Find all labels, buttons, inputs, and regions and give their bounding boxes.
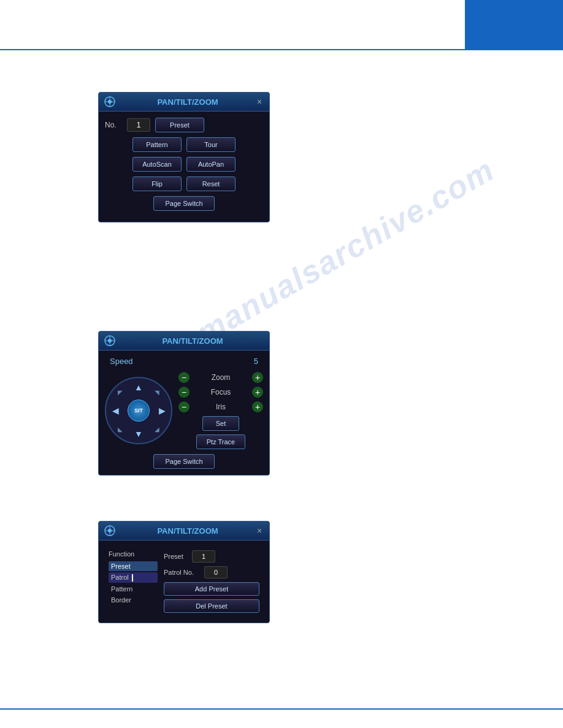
ptz-icon-3 xyxy=(104,525,116,537)
panel2-speed-row: Speed 5 xyxy=(105,357,263,366)
joystick: ▲ ▼ ◀ ▶ ◤ ◥ ◣ ◢ SIT xyxy=(105,377,172,444)
panel1-no-row: No. Preset xyxy=(105,118,263,132)
panel3-content: Function Preset Patrol Pattern Border Pr… xyxy=(104,545,264,618)
zoom-label: Zoom xyxy=(193,373,248,382)
zoom-minus-button[interactable]: − xyxy=(178,372,190,383)
panel3-patrol-input[interactable] xyxy=(204,566,228,578)
panel1-no-label: No. xyxy=(105,121,122,129)
panel2-ptztrace-button[interactable]: Ptz Trace xyxy=(196,434,245,449)
panel3-function-patrol[interactable]: Patrol xyxy=(109,572,158,583)
panel2-pageswitch-button[interactable]: Page Switch xyxy=(153,454,215,469)
svg-point-3 xyxy=(108,339,112,343)
panel1-flip-button[interactable]: Flip xyxy=(132,176,182,191)
ptz-panel-2: PAN/TILT/ZOOM Speed 5 ▲ ▼ ◀ ▶ ◤ xyxy=(98,331,270,476)
panel1-body: No. Preset Pattern Tour AutoScan AutoPan… xyxy=(99,112,269,222)
panel1-pattern-tour-row: Pattern Tour xyxy=(105,137,263,152)
joystick-right-button[interactable]: ▶ xyxy=(155,404,169,417)
svg-point-5 xyxy=(108,529,112,533)
top-separator-line xyxy=(0,49,563,50)
panel1-pageswitch-button[interactable]: Page Switch xyxy=(153,196,215,211)
iris-label: Iris xyxy=(193,403,248,411)
panel1-no-input[interactable] xyxy=(127,118,150,132)
panel2-set-button[interactable]: Set xyxy=(202,416,239,431)
ptz-panel-3: PAN/TILT/ZOOM × Function Preset Patrol P… xyxy=(98,521,270,623)
panel3-add-preset-button[interactable]: Add Preset xyxy=(164,582,259,596)
joystick-center-button[interactable]: SIT xyxy=(128,400,150,422)
panel3-right-area: Preset Patrol No. Add Preset Del Preset xyxy=(158,550,259,613)
panel2-right-controls: − Zoom + − Focus + − Iris + xyxy=(178,372,263,449)
panel1-pattern-button[interactable]: Pattern xyxy=(132,137,182,152)
panel2-speed-label: Speed xyxy=(110,357,133,366)
ptz-icon-1 xyxy=(104,96,116,108)
panel1-pageswitch-row: Page Switch xyxy=(105,196,263,211)
bottom-separator-line xyxy=(0,708,563,710)
panel1-titlebar: PAN/TILT/ZOOM × xyxy=(99,93,269,112)
panel1-tour-button[interactable]: Tour xyxy=(186,137,236,152)
ptz-panel-1: PAN/TILT/ZOOM × No. Preset Pattern Tour … xyxy=(98,92,270,222)
panel3-body: Function Preset Patrol Pattern Border Pr… xyxy=(99,540,269,623)
zoom-plus-button[interactable]: + xyxy=(252,372,263,383)
panel3-function-label: Function xyxy=(109,550,158,558)
top-corner-decoration xyxy=(465,0,563,49)
svg-point-1 xyxy=(108,100,112,104)
joystick-upright-button[interactable]: ◥ xyxy=(150,385,164,399)
focus-control-row: − Focus + xyxy=(178,387,263,398)
panel1-autoscan-button[interactable]: AutoScan xyxy=(132,157,182,172)
joystick-left-button[interactable]: ◀ xyxy=(109,404,122,417)
panel1-autopan-button[interactable]: AutoPan xyxy=(186,157,236,172)
iris-minus-button[interactable]: − xyxy=(178,401,190,412)
focus-label: Focus xyxy=(193,388,248,396)
panel1-close-button[interactable]: × xyxy=(255,97,264,107)
joystick-up-button[interactable]: ▲ xyxy=(132,381,145,394)
panel2-bottom-area: Page Switch xyxy=(105,454,263,469)
panel1-preset-button[interactable]: Preset xyxy=(155,118,204,132)
panel3-patrol-field-row: Patrol No. xyxy=(164,566,259,578)
panel3-function-list: Function Preset Patrol Pattern Border xyxy=(109,550,158,613)
panel2-title: PAN/TILT/ZOOM xyxy=(121,336,264,346)
panel2-speed-value: 5 xyxy=(254,357,258,366)
zoom-control-row: − Zoom + xyxy=(178,372,263,383)
panel3-patrol-label: Patrol No. xyxy=(164,569,201,576)
panel1-reset-button[interactable]: Reset xyxy=(186,176,236,191)
joystick-downleft-button[interactable]: ◣ xyxy=(113,422,127,436)
panel3-function-border[interactable]: Border xyxy=(109,595,158,605)
panel3-function-pattern[interactable]: Pattern xyxy=(109,584,158,594)
panel2-titlebar: PAN/TILT/ZOOM xyxy=(99,332,269,351)
joystick-downright-button[interactable]: ◢ xyxy=(150,422,164,436)
joystick-down-button[interactable]: ▼ xyxy=(132,427,145,441)
panel2-body: Speed 5 ▲ ▼ ◀ ▶ ◤ ◥ ◣ ◢ SIT xyxy=(99,351,269,475)
panel1-flip-reset-row: Flip Reset xyxy=(105,176,263,191)
panel1-autoscan-autopan-row: AutoScan AutoPan xyxy=(105,157,263,172)
panel3-titlebar: PAN/TILT/ZOOM × xyxy=(99,521,269,540)
panel3-preset-field-row: Preset xyxy=(164,550,259,563)
panel3-preset-field-label: Preset xyxy=(164,553,188,560)
panel3-del-preset-button[interactable]: Del Preset xyxy=(164,599,259,613)
iris-plus-button[interactable]: + xyxy=(252,401,263,412)
panel3-function-preset[interactable]: Preset xyxy=(109,561,158,571)
panel2-controls-area: ▲ ▼ ◀ ▶ ◤ ◥ ◣ ◢ SIT − Zoom xyxy=(105,372,263,449)
focus-minus-button[interactable]: − xyxy=(178,387,190,398)
patrol-cursor xyxy=(132,574,137,582)
joystick-bg: ▲ ▼ ◀ ▶ ◤ ◥ ◣ ◢ SIT xyxy=(105,377,172,444)
iris-control-row: − Iris + xyxy=(178,401,263,412)
joystick-upleft-button[interactable]: ◤ xyxy=(113,385,127,399)
panel3-close-button[interactable]: × xyxy=(255,526,264,536)
panel3-title: PAN/TILT/ZOOM xyxy=(121,526,255,536)
panel1-title: PAN/TILT/ZOOM xyxy=(121,97,255,107)
ptz-icon-2 xyxy=(104,335,116,347)
panel3-preset-input[interactable] xyxy=(192,550,215,563)
focus-plus-button[interactable]: + xyxy=(252,387,263,398)
